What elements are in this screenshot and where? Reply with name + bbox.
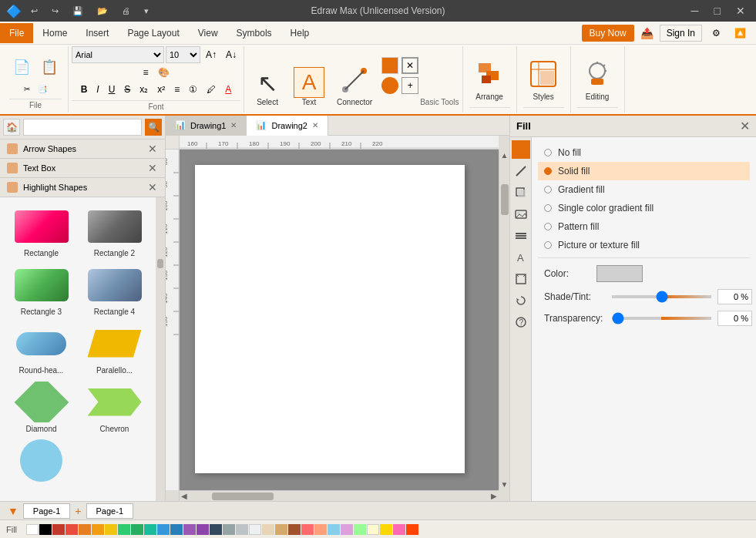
shape-square-btn[interactable] xyxy=(381,57,398,74)
color-swatch-dark-purple[interactable] xyxy=(197,524,209,535)
sidebar-scroll-vertical[interactable] xyxy=(156,197,165,501)
settings-btn[interactable]: ⚙ xyxy=(708,25,724,41)
share-icon[interactable]: 📤 xyxy=(640,27,654,39)
color-swatch-gray[interactable] xyxy=(223,524,235,535)
tab-drawing2[interactable]: 📊 Drawing2 ✕ xyxy=(247,116,328,136)
fill-transparency-value[interactable] xyxy=(717,311,752,326)
undo-btn[interactable]: ↩ xyxy=(26,5,42,18)
panel-icon-line[interactable] xyxy=(512,162,530,180)
font-align-btn[interactable]: ≡ xyxy=(139,65,153,80)
menu-view[interactable]: View xyxy=(189,23,227,43)
shape-round-head[interactable]: Round-hea... xyxy=(8,322,75,375)
highlight-shapes-close[interactable]: ✕ xyxy=(146,181,159,193)
italic-btn[interactable]: I xyxy=(92,82,102,97)
fill-option-gradient[interactable]: Gradient fill xyxy=(538,180,750,199)
color-swatch-red2[interactable] xyxy=(66,524,78,535)
ribbon-paste-btn[interactable]: 📋 xyxy=(37,55,62,79)
color-swatch-white[interactable] xyxy=(26,524,39,535)
add-tab-btn[interactable]: + xyxy=(70,503,86,519)
sidebar-search-btn[interactable]: 🔍 xyxy=(145,119,162,136)
buy-now-btn[interactable]: Buy Now xyxy=(582,25,634,42)
color-swatch-gold[interactable] xyxy=(380,524,392,535)
color-swatch-salmon[interactable] xyxy=(301,524,314,535)
font-size-decrease-btn[interactable]: A↓ xyxy=(222,46,240,63)
fill-option-no-fill[interactable]: No fill xyxy=(538,143,750,162)
menu-file[interactable]: File xyxy=(0,23,33,43)
arrange-btn[interactable]: Arrange xyxy=(469,49,509,104)
menu-insert[interactable]: Insert xyxy=(76,23,118,43)
subscript-btn[interactable]: x₂ xyxy=(136,82,152,97)
color-swatch-hot-pink[interactable] xyxy=(393,524,405,535)
color-swatch-light-gray[interactable] xyxy=(236,524,248,535)
font-family-select[interactable]: Arial xyxy=(72,46,164,63)
highlight-btn[interactable]: 🖊 xyxy=(203,82,220,97)
color-swatch-teal[interactable] xyxy=(144,524,156,535)
tab-drawing2-close[interactable]: ✕ xyxy=(312,121,318,129)
color-swatch-green[interactable] xyxy=(118,524,130,535)
menu-symbols[interactable]: Symbols xyxy=(227,23,281,43)
menu-help[interactable]: Help xyxy=(281,23,319,43)
fill-option-picture[interactable]: Picture or texture fill xyxy=(538,236,750,254)
page-tab-1[interactable]: Page-1 xyxy=(23,503,70,519)
panel-icon-layer[interactable] xyxy=(512,227,530,245)
color-swatch-dark-blue[interactable] xyxy=(170,524,183,535)
minimize-btn[interactable]: ─ xyxy=(687,3,704,18)
tab-drawing1[interactable]: 📊 Drawing1 ✕ xyxy=(166,116,247,136)
fill-option-single-color-gradient[interactable]: Single color gradient fill xyxy=(538,199,750,217)
close-btn[interactable]: ✕ xyxy=(731,3,750,18)
scroll-vertical[interactable]: ▲ ▼ xyxy=(499,150,509,490)
shape-plus-btn[interactable]: + xyxy=(402,77,418,94)
sidebar-item-text-box[interactable]: Text Box ✕ xyxy=(0,159,165,178)
styles-btn[interactable]: Styles xyxy=(523,49,563,104)
arrow-shapes-close[interactable]: ✕ xyxy=(146,143,159,155)
panel-icon-image[interactable] xyxy=(512,205,530,224)
sign-in-btn[interactable]: Sign In xyxy=(660,25,702,42)
color-swatch-navy[interactable] xyxy=(210,524,222,535)
text-color-btn[interactable]: A xyxy=(221,82,235,97)
sidebar-item-arrow-shapes[interactable]: Arrow Shapes ✕ xyxy=(0,140,165,159)
ribbon-new-btn[interactable]: 📄 xyxy=(9,55,34,79)
color-swatch-purple[interactable] xyxy=(183,524,196,535)
text-box-close[interactable]: ✕ xyxy=(146,162,159,174)
color-swatch-pale-green[interactable] xyxy=(354,524,366,535)
panel-icon-fill[interactable] xyxy=(512,140,530,159)
numbered-list-btn[interactable]: ① xyxy=(185,82,201,97)
color-swatch-orange-red[interactable] xyxy=(406,524,418,535)
page-tab-current[interactable]: Page-1 xyxy=(86,503,133,519)
scroll-down-arrow[interactable]: ▼ xyxy=(499,479,509,490)
fill-shade-tint-value[interactable] xyxy=(717,289,752,304)
shape-parallelogram[interactable]: Paralello... xyxy=(81,322,148,375)
color-swatch-sky-blue[interactable] xyxy=(328,524,340,535)
maximize-btn[interactable]: □ xyxy=(710,3,725,18)
select-btn[interactable]: ↖ Select xyxy=(247,51,287,109)
shape-rectangle-3[interactable]: Rectangle 3 xyxy=(8,264,75,316)
collapse-btn[interactable]: 🔼 xyxy=(731,25,750,41)
superscript-btn[interactable]: x² xyxy=(153,82,169,97)
menu-page-layout[interactable]: Page Layout xyxy=(118,23,188,43)
color-swatch-light-salmon[interactable] xyxy=(314,524,327,535)
fill-color-swatch[interactable] xyxy=(596,265,643,282)
scroll-horizontal[interactable]: ◀ ▶ xyxy=(180,490,499,501)
shape-rectangle-4[interactable]: Rectangle 4 xyxy=(81,264,148,316)
shape-rectangle-2[interactable]: Rectangle 2 xyxy=(81,205,148,257)
scroll-right-arrow[interactable]: ▶ xyxy=(489,490,499,501)
list-btn[interactable]: ≡ xyxy=(170,82,183,97)
panel-close-btn[interactable]: ✕ xyxy=(740,119,750,133)
more-btn[interactable]: ▾ xyxy=(139,5,153,18)
save-btn[interactable]: 💾 xyxy=(68,5,88,18)
shape-circle-btn[interactable] xyxy=(381,77,398,94)
shape-x-btn[interactable]: ✕ xyxy=(402,57,418,74)
scroll-thumb-horizontal[interactable] xyxy=(212,493,274,500)
open-btn[interactable]: 📂 xyxy=(92,5,113,18)
font-size-increase-btn[interactable]: A↑ xyxy=(202,46,220,63)
tab-drawing1-close[interactable]: ✕ xyxy=(230,121,237,129)
font-color-cycle-btn[interactable]: 🎨 xyxy=(154,65,173,80)
scroll-up-arrow[interactable]: ▲ xyxy=(499,150,509,161)
shape-blob[interactable] xyxy=(8,439,75,483)
scroll-thumb-vertical[interactable] xyxy=(501,184,509,215)
canvas-inner[interactable] xyxy=(180,150,499,490)
panel-icon-size[interactable] xyxy=(512,270,530,288)
color-swatch-tan[interactable] xyxy=(262,524,274,535)
sidebar-search-input[interactable] xyxy=(23,119,142,136)
shape-rectangle-1[interactable]: Rectangle xyxy=(8,205,75,257)
